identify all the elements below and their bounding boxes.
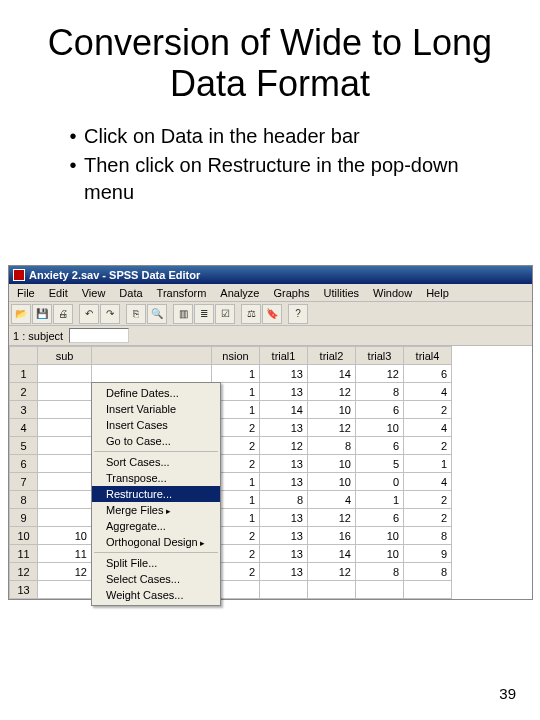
- menu-edit[interactable]: Edit: [43, 286, 74, 300]
- cell[interactable]: 4: [308, 491, 356, 509]
- cell-value-input[interactable]: [69, 328, 129, 343]
- menu-data[interactable]: Data: [113, 286, 148, 300]
- menu-help[interactable]: Help: [420, 286, 455, 300]
- cell[interactable]: 12: [356, 365, 404, 383]
- menu-item-orthogonal-design[interactable]: Orthogonal Design: [92, 534, 220, 550]
- help-button[interactable]: ?: [288, 304, 308, 324]
- cell[interactable]: 1: [212, 365, 260, 383]
- print-button[interactable]: 🖨: [53, 304, 73, 324]
- cell[interactable]: 2: [404, 437, 452, 455]
- column-header[interactable]: sub: [38, 347, 92, 365]
- cell[interactable]: 13: [260, 527, 308, 545]
- menu-item-weight-cases[interactable]: Weight Cases...: [92, 587, 220, 603]
- menu-window[interactable]: Window: [367, 286, 418, 300]
- cell[interactable]: 6: [356, 401, 404, 419]
- cell[interactable]: 14: [260, 401, 308, 419]
- cell[interactable]: 8: [356, 383, 404, 401]
- save-button[interactable]: 💾: [32, 304, 52, 324]
- cell[interactable]: 8: [308, 437, 356, 455]
- cell[interactable]: 9: [404, 545, 452, 563]
- row-number[interactable]: 2: [10, 383, 38, 401]
- row-number[interactable]: 9: [10, 509, 38, 527]
- data-grid[interactable]: subnsiontrial1trial2trial3trial411131412…: [9, 346, 532, 599]
- menu-item-define-dates[interactable]: Define Dates...: [92, 385, 220, 401]
- label-button[interactable]: 🔖: [262, 304, 282, 324]
- row-number[interactable]: 1: [10, 365, 38, 383]
- chart-button[interactable]: ▥: [173, 304, 193, 324]
- cell[interactable]: 4: [404, 383, 452, 401]
- cell[interactable]: 13: [260, 473, 308, 491]
- cell[interactable]: 2: [404, 509, 452, 527]
- table-row[interactable]: 1010221316108: [10, 527, 452, 545]
- toolbar[interactable]: 📂💾🖨↶↷⎘🔍▥≣☑⚖🔖?: [9, 302, 532, 326]
- cell[interactable]: [38, 455, 92, 473]
- cell[interactable]: [260, 581, 308, 599]
- row-number[interactable]: 3: [10, 401, 38, 419]
- table-row[interactable]: 21131284: [10, 383, 452, 401]
- cell[interactable]: [38, 383, 92, 401]
- column-header[interactable]: trial4: [404, 347, 452, 365]
- table-row[interactable]: 111314126: [10, 365, 452, 383]
- cell[interactable]: 4: [404, 419, 452, 437]
- menu-item-restructure[interactable]: Restructure...: [92, 486, 220, 502]
- column-header[interactable]: [92, 347, 212, 365]
- menu-item-go-to-case[interactable]: Go to Case...: [92, 433, 220, 449]
- undo-button[interactable]: ↶: [79, 304, 99, 324]
- table-row[interactable]: 31141062: [10, 401, 452, 419]
- menu-item-insert-variable[interactable]: Insert Variable: [92, 401, 220, 417]
- row-number[interactable]: 6: [10, 455, 38, 473]
- cell[interactable]: 10: [308, 455, 356, 473]
- cell[interactable]: [38, 437, 92, 455]
- cell[interactable]: 2: [404, 491, 452, 509]
- column-header[interactable]: trial3: [356, 347, 404, 365]
- cell[interactable]: 2: [404, 401, 452, 419]
- row-number[interactable]: 8: [10, 491, 38, 509]
- cell[interactable]: 1: [356, 491, 404, 509]
- cell[interactable]: [38, 401, 92, 419]
- cell[interactable]: 8: [404, 527, 452, 545]
- cell[interactable]: [308, 581, 356, 599]
- select-button[interactable]: ☑: [215, 304, 235, 324]
- table-row[interactable]: 91131262: [10, 509, 452, 527]
- cell[interactable]: 13: [260, 563, 308, 581]
- cell[interactable]: 14: [308, 545, 356, 563]
- cell[interactable]: 6: [356, 437, 404, 455]
- menu-item-transpose[interactable]: Transpose...: [92, 470, 220, 486]
- cell[interactable]: 16: [308, 527, 356, 545]
- cell[interactable]: [38, 473, 92, 491]
- cell[interactable]: 8: [404, 563, 452, 581]
- cell[interactable]: 12: [308, 383, 356, 401]
- menu-view[interactable]: View: [76, 286, 112, 300]
- menu-graphs[interactable]: Graphs: [267, 286, 315, 300]
- weight-button[interactable]: ⚖: [241, 304, 261, 324]
- find-button[interactable]: 🔍: [147, 304, 167, 324]
- cell[interactable]: 10: [308, 401, 356, 419]
- row-number[interactable]: 13: [10, 581, 38, 599]
- row-number[interactable]: 7: [10, 473, 38, 491]
- column-header[interactable]: trial1: [260, 347, 308, 365]
- column-header[interactable]: nsion: [212, 347, 260, 365]
- menu-item-insert-cases[interactable]: Insert Cases: [92, 417, 220, 433]
- column-header[interactable]: trial2: [308, 347, 356, 365]
- redo-button[interactable]: ↷: [100, 304, 120, 324]
- cell[interactable]: 6: [404, 365, 452, 383]
- goto-button[interactable]: ⎘: [126, 304, 146, 324]
- row-number[interactable]: 4: [10, 419, 38, 437]
- table-row[interactable]: 5212862: [10, 437, 452, 455]
- data-menu-dropdown[interactable]: Define Dates...Insert VariableInsert Cas…: [91, 382, 221, 606]
- menu-item-select-cases[interactable]: Select Cases...: [92, 571, 220, 587]
- vars-button[interactable]: ≣: [194, 304, 214, 324]
- table-row[interactable]: 71131004: [10, 473, 452, 491]
- cell[interactable]: 11: [38, 545, 92, 563]
- cell[interactable]: 10: [356, 545, 404, 563]
- cell[interactable]: [356, 581, 404, 599]
- cell[interactable]: 13: [260, 509, 308, 527]
- menu-analyze[interactable]: Analyze: [214, 286, 265, 300]
- table-row[interactable]: 62131051: [10, 455, 452, 473]
- menu-item-sort-cases[interactable]: Sort Cases...: [92, 454, 220, 470]
- table-row[interactable]: 818412: [10, 491, 452, 509]
- cell[interactable]: [38, 491, 92, 509]
- menu-item-merge-files[interactable]: Merge Files: [92, 502, 220, 518]
- cell[interactable]: 5: [356, 455, 404, 473]
- cell[interactable]: 13: [260, 419, 308, 437]
